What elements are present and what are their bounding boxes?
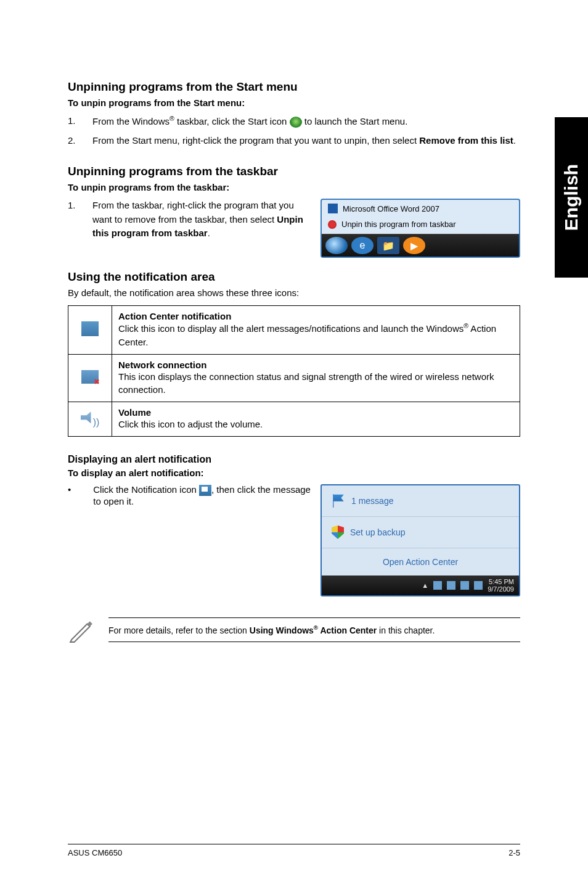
alert-row-backup: Set up backup <box>322 517 519 548</box>
unpin-icon <box>328 220 337 229</box>
reg-mark: ® <box>463 322 468 329</box>
sec1-step1: 1. From the Windows® taskbar, click the … <box>68 114 520 129</box>
sec4-sub: To display an alert notification: <box>68 468 520 478</box>
sec4-heading: Displaying an alert notification <box>68 454 520 465</box>
step-number: 1. <box>68 199 92 241</box>
alert-message-label: 1 message <box>351 496 393 506</box>
notification-flag-icon <box>199 485 211 496</box>
taskbar-strip: e 📁 ▶ <box>322 234 519 257</box>
reg-mark: ® <box>314 624 318 631</box>
row-body: Click this icon to display all the alert… <box>118 321 513 349</box>
step-number: 2. <box>68 134 92 148</box>
table-row: Action Center notification Click this ic… <box>68 306 520 355</box>
row-title: Network connection <box>118 360 206 370</box>
sec4-row: • Click the Notification icon , then cli… <box>68 484 520 596</box>
tray-flag-icon <box>474 581 483 590</box>
page-content: Unpinning programs from the Start menu T… <box>0 0 588 668</box>
ie-icon: e <box>351 237 374 254</box>
sec1-steps: 1. From the Windows® taskbar, click the … <box>68 114 520 147</box>
sec2-sub: To unpin programs from the taskbar: <box>68 182 520 192</box>
popup-unpin-label: Unpin this program from taskbar <box>341 220 456 229</box>
pencil-icon <box>68 617 94 643</box>
popup-row-unpin: Unpin this program from taskbar <box>322 217 519 234</box>
tray-arrow-icon: ▲ <box>422 582 428 589</box>
note-text: For more details, refer to the section U… <box>108 617 520 642</box>
sec3-heading: Using the notification area <box>68 270 520 284</box>
bullet-dot: • <box>68 484 71 506</box>
row-title: Volume <box>118 407 151 418</box>
table-row: )) Volume Click this icon to adjust the … <box>68 402 520 437</box>
tray-icon <box>460 581 469 590</box>
page-footer: ASUS CM6650 2-5 <box>68 844 520 857</box>
network-icon <box>81 370 99 384</box>
table-row: Network connection This icon displays th… <box>68 354 520 402</box>
icon-cell: )) <box>68 402 112 437</box>
tray-icon <box>433 581 442 590</box>
bullet-text: Click the Notification icon , then click… <box>93 484 311 506</box>
volume-wave-icon: )) <box>93 417 100 428</box>
footer-right: 2-5 <box>508 848 520 857</box>
alert-backup-label: Set up backup <box>350 527 406 537</box>
alert-row-message: 1 message <box>322 485 519 517</box>
sec3-lead: By default, the notification area shows … <box>68 287 520 298</box>
popup-row-program: Microsoft Office Word 2007 <box>322 200 519 217</box>
svg-marker-1 <box>88 621 92 626</box>
tray-icon <box>447 581 455 590</box>
step-text: From the taskbar, right-click the progra… <box>92 199 311 241</box>
desc-cell: Volume Click this icon to adjust the vol… <box>112 402 520 437</box>
row-body: This icon displays the connection status… <box>118 370 513 397</box>
reg-mark: ® <box>169 115 174 122</box>
desc-cell: Network connection This icon displays th… <box>112 354 520 402</box>
step-text: From the Start menu, right-click the pro… <box>92 134 520 148</box>
tray-clock: 5:45 PM 9/7/2009 <box>488 578 514 593</box>
sec2-steps: 1. From the taskbar, right-click the pro… <box>68 199 311 241</box>
explorer-icon: 📁 <box>377 237 399 254</box>
flag-icon <box>332 494 345 508</box>
shield-icon <box>332 526 344 539</box>
icon-cell <box>68 306 112 355</box>
sec1-sub: To unpin programs from the Start menu: <box>68 97 520 108</box>
icon-cell <box>68 354 112 402</box>
sec4-bullets: • Click the Notification icon , then cli… <box>68 484 311 506</box>
word-icon <box>328 204 338 213</box>
alert-open-label: Open Action Center <box>383 557 458 567</box>
note-block: For more details, refer to the section U… <box>68 617 520 643</box>
footer-left: ASUS CM6650 <box>68 848 122 857</box>
system-tray: ▲ 5:45 PM 9/7/2009 <box>322 576 519 595</box>
step-number: 1. <box>68 114 92 129</box>
taskbar-popup: Microsoft Office Word 2007 Unpin this pr… <box>321 199 520 258</box>
list-item: • Click the Notification icon , then cli… <box>68 484 311 506</box>
start-orb-icon <box>325 237 348 254</box>
action-center-icon <box>81 321 99 336</box>
media-player-icon: ▶ <box>403 237 425 254</box>
sec1-heading: Unpinning programs from the Start menu <box>68 80 520 94</box>
sec2-step1: 1. From the taskbar, right-click the pro… <box>68 199 311 241</box>
sec2-heading: Unpinning programs from the taskbar <box>68 165 520 178</box>
alert-popup: 1 message Set up backup Open Action Cent… <box>321 484 520 596</box>
row-body: Click this icon to adjust the volume. <box>118 418 513 431</box>
step-text: From the Windows® taskbar, click the Sta… <box>92 114 520 129</box>
notification-table: Action Center notification Click this ic… <box>68 305 520 437</box>
svg-marker-0 <box>70 624 90 642</box>
start-orb-icon <box>290 117 302 128</box>
bold-term: Remove from this list <box>419 135 513 146</box>
sec2-row: 1. From the taskbar, right-click the pro… <box>68 199 520 258</box>
desc-cell: Action Center notification Click this ic… <box>112 306 520 355</box>
row-title: Action Center notification <box>118 311 231 321</box>
popup-program-label: Microsoft Office Word 2007 <box>343 204 439 213</box>
sec1-step2: 2. From the Start menu, right-click the … <box>68 134 520 148</box>
alert-row-open: Open Action Center <box>322 548 519 576</box>
